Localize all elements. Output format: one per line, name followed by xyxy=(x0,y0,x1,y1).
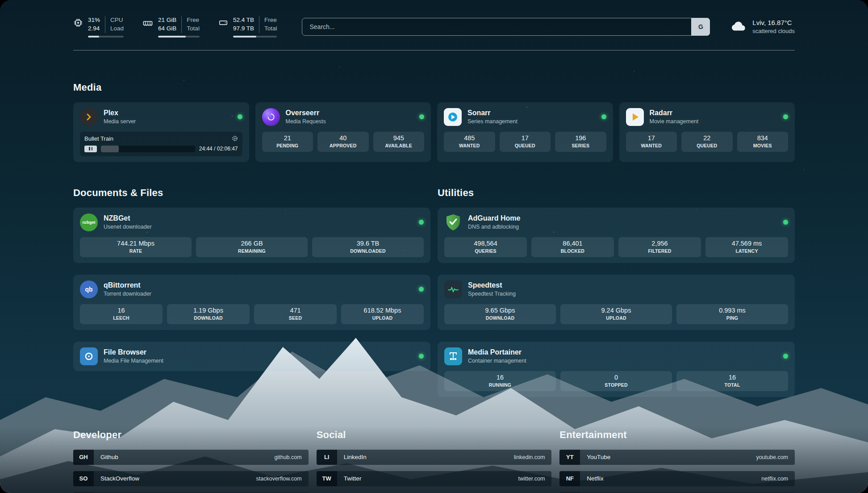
app-card-filebrowser[interactable]: File Browser Media File Management xyxy=(73,342,430,371)
stat-value: 39.6 TB xyxy=(314,240,422,247)
bookmark-stackoverflow[interactable]: SO StackOverflow stackoverflow.com xyxy=(73,471,309,486)
memory-icon xyxy=(142,18,153,29)
stat-value: 16 xyxy=(446,374,554,381)
app-name: AdGuard Home xyxy=(468,214,520,223)
memory-stat: 21 GiB 64 GiB Free Total xyxy=(142,16,200,38)
disk-total-value: 97.9 TB xyxy=(233,25,254,33)
bookmark-group-social: Social LI LinkedIn linkedin.com TW Twitt… xyxy=(317,429,552,486)
stat-value: 498,564 xyxy=(446,240,525,247)
bookmark-url: github.com xyxy=(275,454,302,460)
app-card-nzbget[interactable]: nzbget NZBGet Usenet downloader 744.21 M… xyxy=(73,208,430,263)
app-card-adguard[interactable]: AdGuard Home DNS and adblocking 498,564 … xyxy=(438,208,795,263)
app-card-overseerr[interactable]: Overseerr Media Requests 21 PENDING 40 A… xyxy=(255,102,431,162)
stat-label: UPLOAD xyxy=(562,315,670,321)
app-subtitle: Usenet downloader xyxy=(104,223,152,230)
plex-icon xyxy=(80,108,98,126)
stat-label: QUEUED xyxy=(501,143,549,148)
stat-label: BLOCKED xyxy=(533,248,612,254)
gear-icon[interactable] xyxy=(232,135,238,142)
app-name: Overseerr xyxy=(286,109,326,118)
stat-pending: 21 PENDING xyxy=(262,132,313,152)
stat-wanted: 17 WANTED xyxy=(626,132,677,152)
bookmark-github[interactable]: GH Github github.com xyxy=(73,450,309,465)
stat-value: 0 xyxy=(562,374,670,381)
app-card-plex[interactable]: Plex Media server Bullet Train xyxy=(73,102,249,162)
bookmark-group-entertainment: Entertainment YT YouTube youtube.com NF … xyxy=(559,429,795,493)
stat-label: LEECH xyxy=(82,315,161,321)
bookmark-url: stackoverflow.com xyxy=(256,476,302,482)
disk-stat: 52.4 TB 97.9 TB Free Total xyxy=(218,16,277,38)
bookmark-group-developer: Developer GH Github github.com SO StackO… xyxy=(73,429,309,493)
stat-value: 47.569 ms xyxy=(707,240,786,247)
bookmark-youtube[interactable]: YT YouTube youtube.com xyxy=(559,450,795,465)
stat-value: 744.21 Mbps xyxy=(82,240,190,247)
app-name: File Browser xyxy=(104,348,163,357)
disk-total-label: Total xyxy=(264,25,277,33)
playback-time: 24:44 / 02:06:47 xyxy=(199,146,238,152)
stat-value: 0.993 ms xyxy=(678,307,786,314)
disk-free-value: 52.4 TB xyxy=(233,16,254,25)
section-title-social: Social xyxy=(317,429,552,441)
app-card-qbittorrent[interactable]: qb qBittorrent Torrent downloader 16 LEE… xyxy=(73,275,430,330)
cpu-label: CPU xyxy=(110,16,124,25)
bookmark-abbr: LI xyxy=(317,450,337,465)
cpu-progress-fill xyxy=(88,36,99,38)
stat-available: 945 AVAILABLE xyxy=(373,132,425,152)
bookmark-twitter[interactable]: TW Twitter twitter.com xyxy=(317,471,552,486)
search-input[interactable] xyxy=(302,18,710,36)
stat-queued: 22 QUEUED xyxy=(681,132,733,152)
app-card-portainer[interactable]: Media Portainer Container management 16 … xyxy=(438,342,795,397)
stat-label: RATE xyxy=(82,248,190,254)
app-subtitle: Container management xyxy=(468,357,526,364)
bookmark-linkedin[interactable]: LI LinkedIn linkedin.com xyxy=(317,450,552,465)
stat-leech: 16 LEECH xyxy=(80,304,163,324)
stat-value: 17 xyxy=(501,134,549,142)
app-card-sonarr[interactable]: Sonarr Series management 485 WANTED 17 Q… xyxy=(437,102,613,162)
app-card-speedtest[interactable]: Speedtest Speedtest Tracking 9.65 Gbps D… xyxy=(438,275,795,330)
overseerr-icon xyxy=(262,108,280,126)
stat-label: PING xyxy=(678,315,786,321)
dashboard: 31% 2.94 CPU Load xyxy=(0,0,868,493)
pause-icon[interactable] xyxy=(84,146,97,152)
disk-progress-bar xyxy=(233,36,277,38)
stat-remaining: 266 GB REMAINING xyxy=(196,237,308,257)
stat-value: 485 xyxy=(446,134,493,142)
bookmark-abbr: NF xyxy=(559,471,580,486)
stat-seed: 471 SEED xyxy=(254,304,337,324)
bookmark-url: linkedin.com xyxy=(514,454,545,460)
stat-label: PENDING xyxy=(264,143,312,148)
header-divider xyxy=(73,50,795,50)
playback-progress-bar[interactable] xyxy=(101,146,195,152)
stat-upload: 618.52 Mbps UPLOAD xyxy=(341,304,424,324)
bookmark-name: StackOverflow xyxy=(100,475,139,482)
weather-widget: Lviv, 16.87°C scattered clouds xyxy=(730,18,795,35)
disk-icon xyxy=(218,18,228,28)
stat-series: 196 SERIES xyxy=(555,132,606,152)
nzbget-icon: nzbget xyxy=(80,213,98,231)
now-playing-title: Bullet Train xyxy=(84,135,113,142)
stat-label: WANTED xyxy=(446,143,493,148)
stat-label: STOPPED xyxy=(562,382,670,388)
stat-label: QUERIES xyxy=(446,248,525,254)
stat-value: 9.24 Gbps xyxy=(562,307,670,314)
stat-label: DOWNLOADED xyxy=(314,248,422,254)
app-card-radarr[interactable]: Radarr Movie management 17 WANTED 22 QUE… xyxy=(619,102,795,162)
stat-upload: 9.24 Gbps UPLOAD xyxy=(560,304,672,324)
status-dot xyxy=(783,114,788,119)
stat-label: REMAINING xyxy=(198,248,306,254)
stat-queued: 17 QUEUED xyxy=(500,132,551,152)
top-bar: 31% 2.94 CPU Load xyxy=(73,16,795,38)
bookmark-abbr: GH xyxy=(73,450,94,465)
app-subtitle: Speedtest Tracking xyxy=(468,290,516,297)
sonarr-icon xyxy=(444,108,462,126)
stat-download: 9.65 Gbps DOWNLOAD xyxy=(444,304,556,324)
stat-approved: 40 APPROVED xyxy=(317,132,369,152)
stat-value: 945 xyxy=(375,134,423,142)
bookmark-netflix[interactable]: NF Netflix netflix.com xyxy=(559,471,795,486)
weather-condition: scattered clouds xyxy=(752,27,795,35)
search-engine-button[interactable]: G xyxy=(691,18,710,36)
stat-value: 471 xyxy=(256,307,335,314)
section-title-media: Media xyxy=(73,82,795,93)
stat-movies: 834 MOVIES xyxy=(737,132,789,152)
status-dot xyxy=(238,114,242,119)
